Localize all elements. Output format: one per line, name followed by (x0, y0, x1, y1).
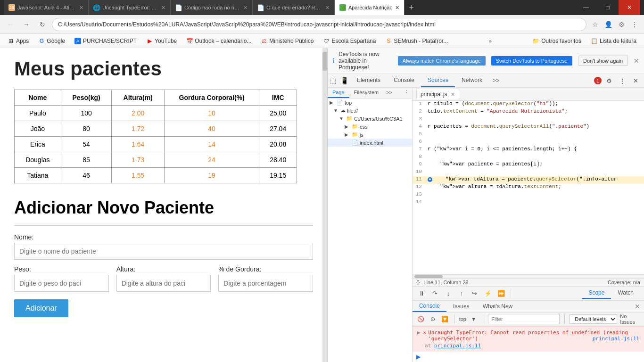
bookmark-escola[interactable]: 🛡 Escola Espartana (319, 37, 380, 45)
error-expand-icon[interactable]: ▶ (417, 329, 421, 336)
src-tab-menu[interactable]: ⋮ (401, 88, 412, 98)
tab-close-4[interactable]: ✕ (325, 5, 330, 11)
device-toolbar-icon[interactable]: 📱 (339, 75, 350, 86)
step-button[interactable]: ↪ (469, 288, 480, 299)
peso-input[interactable] (14, 275, 109, 292)
bookmarks-more[interactable]: » (486, 37, 495, 45)
scrollbar-thumb[interactable] (322, 52, 327, 71)
settings-toggle-button[interactable]: 🔽 (440, 314, 449, 324)
error-link[interactable]: principal.js:11 (593, 336, 639, 342)
devtools-close-icon[interactable]: ✕ (630, 75, 641, 86)
clear-console-button[interactable]: 🚫 (416, 314, 425, 324)
deactivate-breakpoints-button[interactable]: ⚡ (482, 288, 494, 299)
pause-button[interactable]: ⏸ (416, 288, 428, 299)
tab-close-3[interactable]: ✕ (243, 5, 248, 11)
bookmark-purchase[interactable]: A PURCHASE/SCRIPT (71, 37, 140, 45)
tab-close-2[interactable]: ✕ (161, 5, 165, 11)
bookmark-semrush[interactable]: S SEMrush - Platafror... (381, 37, 452, 45)
step-out-button[interactable]: ↑ (456, 288, 467, 299)
match-language-button[interactable]: Always match Chrome's language (398, 56, 486, 66)
console-input[interactable] (422, 354, 640, 360)
notification-close[interactable]: ✕ (634, 57, 639, 65)
code-file-close[interactable]: ✕ (451, 91, 455, 97)
extensions-icon[interactable]: ⚙ (616, 19, 627, 30)
tree-js[interactable]: ▶ 📁 js (328, 131, 412, 139)
bookmark-outlook[interactable]: 📅 Outlook – calendário... (182, 37, 255, 45)
profile-icon[interactable]: 👤 (603, 19, 614, 30)
minimize-button[interactable]: — (575, 0, 597, 15)
line-number: 9 (413, 161, 426, 167)
tabs-more-arrow[interactable]: >> (489, 74, 503, 87)
async-button[interactable]: ⏩ (495, 288, 507, 299)
tab-uncaught[interactable]: 🌐 Uncaught TypeError: Cannot ✕ (89, 0, 171, 15)
error-location[interactable]: principal.js:11 (593, 336, 639, 342)
tab-network[interactable]: Network (455, 74, 489, 87)
code-scrollbar-thumb[interactable] (414, 275, 443, 278)
cell-altura: 2.00 (112, 106, 164, 121)
scrollbar[interactable] (322, 48, 327, 362)
table-row: Paulo 100 2.00 10 25.00 (15, 106, 297, 121)
issues-tab[interactable]: Issues (446, 301, 476, 312)
new-tab-button[interactable]: + (405, 0, 419, 15)
scope-tab[interactable]: Scope (582, 288, 611, 299)
tab-close-5[interactable]: ✕ (395, 5, 399, 11)
code-editor[interactable]: 1r titulo = (document.querySelector("h1"… (413, 101, 644, 274)
whats-new-tab[interactable]: What's New (476, 301, 520, 312)
inspect-element-icon[interactable]: ⬚ (328, 75, 339, 86)
gordura-input[interactable] (218, 275, 313, 292)
switch-devtools-button[interactable]: Switch DevTools to Portuguese (491, 56, 572, 66)
bookmark-google[interactable]: G Google (34, 37, 69, 45)
code-scrollbar[interactable] (413, 274, 644, 278)
close-button[interactable]: ✕ (619, 0, 640, 15)
breakpoint-marker[interactable]: ● (428, 177, 432, 182)
tab-console[interactable]: Console (387, 74, 421, 87)
console-close-icon[interactable]: ✕ (631, 301, 644, 312)
src-tab-filesystem[interactable]: Filesystem (349, 88, 384, 98)
code-file-name[interactable]: principal.js ✕ (416, 89, 459, 99)
bookmark-apps[interactable]: ⊞ Apps (4, 37, 33, 45)
watch-tab[interactable]: Watch (611, 288, 640, 299)
step-into-button[interactable]: ↓ (443, 288, 454, 299)
tab-sources[interactable]: Sources (421, 74, 455, 87)
tree-path[interactable]: ▼ 📁 C:/Users/Usu%C3A1 (328, 115, 412, 123)
other-favorites-button[interactable]: 📁 Outros favoritos (528, 37, 585, 45)
maximize-button[interactable]: □ (597, 0, 619, 15)
more-tools-icon[interactable]: ⋮ (617, 75, 628, 86)
page-icon: 📄 (337, 99, 343, 106)
console-tab[interactable]: Console (413, 301, 446, 312)
step-over-button[interactable]: ↷ (429, 288, 441, 299)
nome-input[interactable] (14, 243, 313, 260)
tree-top[interactable]: ▶ 📄 top (328, 99, 412, 107)
address-input[interactable] (52, 18, 586, 31)
filter-toggle-button[interactable]: ⊙ (428, 314, 437, 324)
line-number: 10 (413, 169, 426, 174)
refresh-button[interactable]: ↻ (36, 18, 49, 31)
forward-button[interactable]: → (20, 18, 33, 31)
tab-aparecida[interactable]: 🌿 Aparecida Nutrição ✕ (335, 0, 405, 15)
tree-index-html[interactable]: 📄 index.html (328, 139, 412, 147)
tree-css[interactable]: ▶ 📁 css (328, 123, 412, 131)
log-level-select[interactable]: Default levels (570, 314, 617, 324)
dont-show-button[interactable]: Don't show again (578, 56, 628, 66)
console-filter-input[interactable] (488, 314, 560, 324)
altura-input[interactable] (116, 275, 211, 292)
tab-elements[interactable]: Elements (350, 74, 387, 87)
tab-codigo[interactable]: 📄 Código não roda no navegad ✕ (171, 0, 253, 15)
bookmark-youtube[interactable]: ▶ YouTube (142, 37, 181, 45)
tab-deu-errado[interactable]: 📄 O que deu errado? Resolven ✕ (253, 0, 335, 15)
bookmark-ministerio[interactable]: ⚖ Ministério Público (257, 37, 317, 45)
back-button[interactable]: ← (4, 18, 17, 31)
tab-js-aula[interactable]: JS JavaScript: Aula 4 - Atividade ✕ (4, 0, 89, 15)
star-icon[interactable]: ☆ (589, 19, 601, 30)
tree-file[interactable]: ▼ ☁ file:// (328, 107, 412, 115)
context-selector[interactable]: ▼ (469, 314, 478, 324)
src-tab-page[interactable]: Page (328, 88, 349, 98)
reading-list-button[interactable]: 📋 Lista de leitura (587, 37, 640, 45)
add-button[interactable]: Adicionar (14, 299, 68, 317)
tab-close-1[interactable]: ✕ (79, 5, 83, 11)
settings-icon[interactable]: ⚙ (603, 75, 615, 86)
line-number: 12 (413, 184, 426, 189)
src-tabs-more[interactable]: >> (383, 88, 395, 98)
menu-icon[interactable]: ⋮ (629, 19, 640, 30)
stack-link[interactable]: principal.js:11 (434, 343, 481, 349)
